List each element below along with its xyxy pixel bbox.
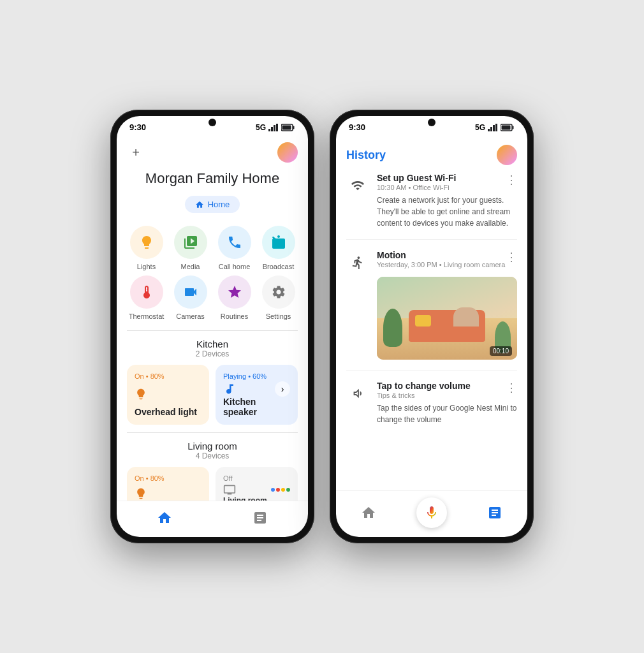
- svg-rect-8: [488, 129, 490, 131]
- camera-notch: [209, 119, 216, 126]
- google-tv-status: Off: [223, 474, 290, 482]
- left-status-icons: 5G: [256, 123, 295, 132]
- action-call[interactable]: Call home: [215, 226, 254, 270]
- broadcast-icon-bg: [262, 226, 295, 259]
- history-divider-2: [346, 370, 517, 371]
- living-room-subtitle: 4 Devices: [127, 451, 298, 460]
- right-bottom-nav: [336, 490, 527, 537]
- guest-wifi-more[interactable]: ⋮: [506, 173, 517, 187]
- lamp-row: [135, 487, 201, 500]
- history-header: History: [346, 140, 517, 173]
- settings-icon: [271, 284, 286, 300]
- thumbnail-person: [453, 307, 479, 326]
- svg-rect-10: [493, 125, 495, 131]
- section-divider-2: [127, 432, 298, 433]
- mic-icon: [424, 505, 439, 520]
- user-avatar[interactable]: [277, 142, 298, 163]
- thumbnail-cushion: [415, 315, 431, 326]
- volume-more[interactable]: ⋮: [506, 381, 517, 395]
- volume-header: Tap to change volume Tips & tricks ⋮: [377, 381, 517, 402]
- call-label: Call home: [219, 263, 251, 270]
- media-icon-bg: [174, 226, 207, 259]
- right-signal-icon: [488, 124, 498, 131]
- media-label: Media: [181, 263, 200, 270]
- motion-title: Motion: [377, 250, 505, 260]
- action-settings[interactable]: Settings: [259, 275, 298, 320]
- kitchen-speaker-status: Playing • 60%: [223, 372, 290, 380]
- action-lights[interactable]: Lights: [127, 226, 166, 270]
- section-divider-1: [127, 330, 298, 331]
- motion-more[interactable]: ⋮: [506, 250, 517, 264]
- speaker-chevron[interactable]: ›: [275, 381, 290, 397]
- action-thermostat[interactable]: Thermostat: [127, 275, 166, 320]
- phones-container: 9:30 5G: [110, 110, 534, 543]
- guest-wifi-meta: 10:30 AM • Office Wi-Fi: [377, 184, 456, 191]
- svg-rect-6: [282, 125, 291, 129]
- nav-home[interactable]: [147, 508, 182, 528]
- left-phone-inner: 9:30 5G: [117, 116, 308, 537]
- kitchen-subtitle: 2 Devices: [127, 349, 298, 358]
- mic-fab[interactable]: [416, 497, 447, 528]
- right-phone: 9:30 5G: [330, 110, 534, 543]
- thumbnail-plant-left: [383, 309, 402, 347]
- svg-rect-0: [268, 129, 270, 131]
- lights-icon-bg: [130, 226, 163, 259]
- action-routines[interactable]: Routines: [215, 275, 254, 320]
- lamp-icon: [135, 487, 147, 500]
- home-chip[interactable]: Home: [185, 196, 240, 213]
- google-mic-indicator: [271, 488, 290, 492]
- kitchen-devices: On • 80% Overhead light Playing • 60%: [127, 365, 298, 425]
- volume-desc: Tap the sides of your Google Nest Mini t…: [377, 402, 517, 425]
- motion-item: Motion Yesterday, 3:00 PM • Living room …: [346, 250, 517, 360]
- thumbnail-duration: 00:10: [490, 346, 512, 356]
- call-icon-bg: [218, 226, 251, 259]
- guest-wifi-header: Set up Guest Wi-Fi 10:30 AM • Office Wi-…: [377, 173, 517, 194]
- volume-meta: Tips & tricks: [377, 392, 471, 399]
- thumbnail-scene: 00:10: [377, 277, 517, 360]
- kitchen-speaker-row: ›: [223, 381, 290, 397]
- right-time: 9:30: [349, 122, 365, 132]
- broadcast-label: Broadcast: [263, 263, 295, 270]
- svg-point-7: [277, 246, 279, 248]
- volume-title: Tap to change volume: [377, 381, 471, 391]
- right-nav-history[interactable]: [477, 503, 513, 523]
- history-nav-icon: [252, 510, 268, 525]
- cameras-icon-bg: [174, 275, 207, 309]
- home-chip-icon: [195, 200, 204, 209]
- svg-rect-1: [271, 127, 273, 131]
- google-tv-card[interactable]: Off: [216, 467, 298, 501]
- home-chip-container: Home: [127, 196, 298, 213]
- action-media[interactable]: Media: [171, 226, 210, 270]
- home-header: +: [127, 140, 298, 170]
- right-nav-home[interactable]: [351, 503, 386, 523]
- guest-wifi-title: Set up Guest Wi-Fi: [377, 173, 456, 183]
- add-button[interactable]: +: [127, 143, 145, 161]
- svg-rect-14: [502, 125, 511, 129]
- motion-meta: Yesterday, 3:00 PM • Living room camera: [377, 261, 505, 268]
- home-nav-icon: [157, 510, 172, 525]
- nav-history[interactable]: [242, 508, 278, 528]
- living-room-title: Living room: [127, 441, 298, 451]
- volume-icon: [346, 382, 369, 405]
- overhead-light-card[interactable]: On • 80% Overhead light: [127, 365, 209, 425]
- left-bottom-nav: [117, 501, 308, 537]
- guest-wifi-body: Set up Guest Wi-Fi 10:30 AM • Office Wi-…: [377, 173, 517, 229]
- right-camera-notch: [428, 119, 435, 126]
- guest-wifi-desc: Create a network just for your guests. T…: [377, 194, 517, 229]
- tv-icon: [223, 483, 236, 496]
- lamp-card[interactable]: On • 80% Lamp: [127, 467, 209, 501]
- motion-thumbnail[interactable]: 00:10: [377, 277, 517, 360]
- thermostat-icon-bg: [130, 275, 163, 309]
- action-cameras[interactable]: Cameras: [171, 275, 210, 320]
- cameras-label: Cameras: [176, 312, 205, 320]
- routines-icon-bg: [218, 275, 251, 309]
- living-room-devices: On • 80% Lamp Off: [127, 467, 298, 501]
- action-broadcast[interactable]: Broadcast: [259, 226, 298, 270]
- svg-rect-3: [276, 124, 278, 131]
- kitchen-speaker-card[interactable]: Playing • 60% › Kitchen speaker: [216, 365, 298, 425]
- guest-wifi-item: Set up Guest Wi-Fi 10:30 AM • Office Wi-…: [346, 173, 517, 229]
- right-user-avatar[interactable]: [497, 145, 517, 165]
- wifi-icon: [346, 174, 369, 197]
- lamp-status: On • 80%: [135, 474, 201, 482]
- lights-icon: [139, 235, 154, 250]
